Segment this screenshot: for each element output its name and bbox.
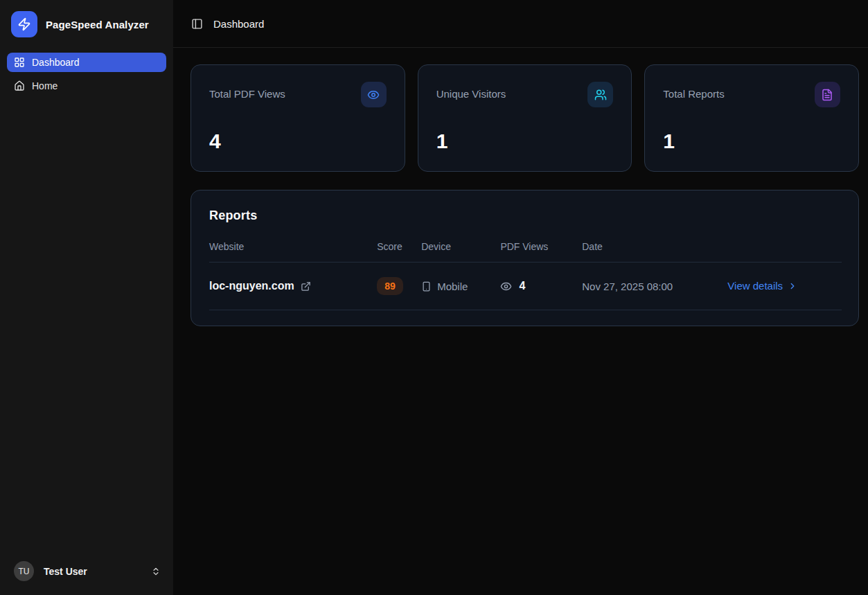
stat-label: Total Reports: [663, 82, 724, 100]
app-title: PageSpeed Analyzer: [46, 19, 149, 30]
home-icon: [14, 80, 25, 91]
col-header-date: Date: [582, 234, 683, 263]
user-name: Test User: [44, 566, 141, 577]
stats-row: Total PDF Views 4 Unique Visitors 1: [191, 64, 859, 172]
avatar: TU: [14, 561, 34, 581]
chevrons-up-down-icon: [151, 567, 161, 576]
stat-label: Total PDF Views: [209, 82, 285, 100]
eye-icon: [361, 82, 387, 107]
col-header-action: [683, 234, 842, 263]
stat-card-unique-visitors: Unique Visitors 1: [418, 64, 632, 172]
sidebar-item-home[interactable]: Home: [7, 76, 166, 96]
reports-title: Reports: [209, 208, 842, 223]
eye-icon: [500, 281, 512, 292]
pdf-views-count: 4: [519, 280, 525, 292]
sidebar: PageSpeed Analyzer Dashboard Home TU Tes…: [0, 0, 173, 595]
sidebar-toggle-icon[interactable]: [191, 18, 203, 30]
stat-value: 1: [436, 130, 614, 153]
table-row: loc-nguyen.com 89: [209, 263, 842, 310]
main-area: Dashboard Total PDF Views 4 Unique Visit…: [173, 0, 868, 595]
reports-table: Website Score Device PDF Views Date loc-…: [209, 234, 842, 310]
users-icon: [587, 82, 613, 107]
app-logo: [11, 11, 37, 37]
zap-icon: [17, 17, 31, 31]
sidebar-item-dashboard[interactable]: Dashboard: [7, 53, 166, 72]
sidebar-item-label: Dashboard: [32, 57, 80, 68]
table-header-row: Website Score Device PDF Views Date: [209, 234, 842, 263]
smartphone-icon: [421, 281, 432, 292]
stat-value: 1: [663, 130, 840, 153]
device-label: Mobile: [437, 281, 468, 292]
dashboard-grid-icon: [14, 57, 25, 68]
external-link-icon[interactable]: [301, 281, 311, 292]
sidebar-item-label: Home: [32, 80, 57, 91]
view-details-link[interactable]: View details: [727, 280, 797, 292]
col-header-device: Device: [421, 234, 500, 263]
score-badge: 89: [377, 277, 403, 295]
dashboard-content: Total PDF Views 4 Unique Visitors 1: [173, 48, 868, 326]
topbar: Dashboard: [173, 0, 868, 48]
col-header-score: Score: [377, 234, 421, 263]
app-brand: PageSpeed Analyzer: [0, 0, 173, 50]
sidebar-nav: Dashboard Home: [0, 50, 173, 98]
view-details-label: View details: [727, 280, 783, 292]
stat-value: 4: [209, 130, 387, 153]
stat-card-total-pdf-views: Total PDF Views 4: [191, 64, 405, 172]
file-text-icon: [815, 82, 840, 107]
stat-label: Unique Visitors: [436, 82, 506, 100]
reports-card: Reports Website Score Device PDF Views D…: [191, 190, 859, 326]
chevron-right-icon: [788, 281, 797, 291]
website-name: loc-nguyen.com: [209, 280, 294, 292]
user-menu[interactable]: TU Test User: [0, 551, 173, 595]
report-date: Nov 27, 2025 08:00: [582, 263, 683, 310]
page-title: Dashboard: [213, 18, 264, 30]
col-header-website: Website: [209, 234, 377, 263]
stat-card-total-reports: Total Reports 1: [644, 64, 859, 172]
col-header-pdf-views: PDF Views: [500, 234, 582, 263]
